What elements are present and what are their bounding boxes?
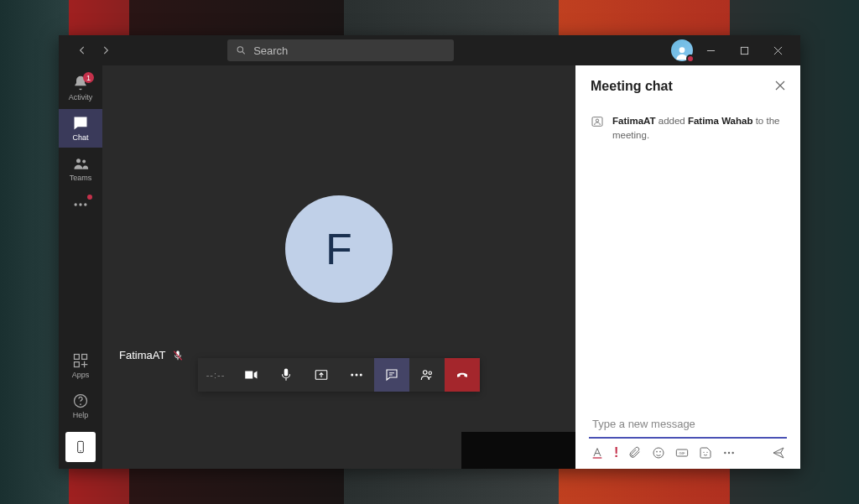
apps-icon bbox=[72, 352, 89, 369]
emoji-button[interactable] bbox=[652, 446, 665, 460]
participant-label: FatimaAT bbox=[119, 349, 184, 361]
chat-toggle-button[interactable] bbox=[374, 358, 409, 392]
gif-icon: GIF bbox=[675, 446, 689, 460]
svg-point-20 bbox=[429, 372, 431, 374]
chat-icon bbox=[72, 115, 89, 132]
search-box[interactable] bbox=[227, 39, 454, 61]
minimize-icon bbox=[706, 46, 716, 55]
search-input[interactable] bbox=[253, 44, 445, 57]
strip-left bbox=[102, 432, 461, 469]
hangup-button[interactable] bbox=[445, 358, 480, 392]
participants-button[interactable] bbox=[409, 358, 445, 392]
chat-title: Meeting chat bbox=[591, 79, 673, 94]
compose-toolbar: ! GIF bbox=[589, 439, 787, 460]
more-actions-button[interactable] bbox=[339, 358, 374, 392]
call-controls: --:-- bbox=[198, 358, 480, 392]
close-button[interactable] bbox=[763, 39, 794, 62]
format-button[interactable] bbox=[591, 446, 604, 460]
video-bottom-strip bbox=[102, 432, 575, 469]
more-icon bbox=[349, 367, 364, 382]
sidebar-item-activity[interactable]: Activity 1 bbox=[59, 69, 102, 107]
mic-muted-icon bbox=[172, 350, 184, 361]
send-icon bbox=[772, 446, 785, 460]
more-icon bbox=[72, 196, 89, 213]
teams-icon bbox=[72, 155, 89, 172]
phone-icon bbox=[74, 440, 87, 454]
chat-compose: ! GIF bbox=[575, 410, 800, 469]
camera-button[interactable] bbox=[233, 358, 268, 392]
maximize-icon bbox=[740, 46, 749, 55]
strip-right bbox=[461, 432, 575, 469]
back-button[interactable] bbox=[72, 40, 92, 60]
sidebar-label: Activity bbox=[69, 93, 93, 101]
maximize-button[interactable] bbox=[730, 39, 760, 62]
more-icon bbox=[722, 446, 736, 460]
actor-name: FatimaAT bbox=[612, 116, 656, 126]
mic-button[interactable] bbox=[268, 358, 304, 392]
close-icon bbox=[773, 46, 783, 55]
sidebar: Activity 1 Chat Teams Apps He bbox=[59, 65, 102, 469]
chevron-left-icon bbox=[76, 44, 88, 56]
compose-more-button[interactable] bbox=[722, 446, 736, 460]
message-input[interactable] bbox=[589, 410, 787, 439]
chat-icon bbox=[384, 367, 399, 382]
video-call-area: F FatimaAT Using PC Mic and Speakers --:… bbox=[102, 65, 575, 469]
svg-point-24 bbox=[657, 451, 659, 453]
svg-point-23 bbox=[653, 448, 664, 458]
notification-dot bbox=[87, 195, 92, 200]
svg-point-17 bbox=[356, 374, 358, 377]
chat-header: Meeting chat bbox=[575, 65, 800, 107]
chat-messages: FatimaAT added Fatima Wahab to the meeti… bbox=[575, 107, 800, 410]
send-button[interactable] bbox=[772, 446, 785, 460]
user-avatar[interactable] bbox=[671, 39, 693, 61]
priority-button[interactable]: ! bbox=[614, 445, 618, 460]
svg-point-18 bbox=[360, 374, 362, 377]
share-button[interactable] bbox=[304, 358, 339, 392]
help-icon bbox=[72, 392, 89, 409]
svg-point-12 bbox=[80, 403, 81, 405]
system-message: FatimaAT added Fatima Wahab to the meeti… bbox=[591, 114, 785, 143]
gif-button[interactable]: GIF bbox=[675, 446, 689, 460]
system-message-text: FatimaAT added Fatima Wahab to the meeti… bbox=[612, 114, 785, 143]
svg-point-19 bbox=[424, 371, 428, 375]
forward-button[interactable] bbox=[96, 40, 116, 60]
svg-rect-8 bbox=[75, 355, 80, 360]
camera-icon bbox=[243, 367, 258, 382]
video-stage: F FatimaAT Using PC Mic and Speakers --:… bbox=[102, 65, 575, 432]
hangup-icon bbox=[455, 367, 470, 382]
format-icon bbox=[591, 446, 604, 460]
svg-rect-2 bbox=[742, 47, 748, 54]
minimize-button[interactable] bbox=[696, 39, 726, 62]
mic-icon bbox=[279, 367, 294, 382]
attach-button[interactable] bbox=[628, 446, 642, 460]
share-screen-icon bbox=[314, 367, 329, 382]
svg-point-5 bbox=[75, 203, 77, 205]
svg-point-6 bbox=[79, 203, 81, 205]
sidebar-item-device[interactable] bbox=[65, 432, 96, 462]
main-body: Activity 1 Chat Teams Apps He bbox=[59, 65, 800, 469]
chat-close-button[interactable] bbox=[775, 79, 785, 94]
svg-point-0 bbox=[237, 47, 242, 52]
sidebar-item-apps[interactable]: Apps bbox=[59, 346, 102, 385]
sidebar-item-help[interactable]: Help bbox=[59, 387, 102, 425]
sticker-button[interactable] bbox=[699, 446, 712, 460]
participant-name: FatimaAT bbox=[119, 349, 165, 361]
svg-rect-10 bbox=[75, 362, 80, 367]
sticker-icon bbox=[699, 446, 712, 460]
sidebar-item-chat[interactable]: Chat bbox=[59, 109, 102, 148]
sidebar-item-more[interactable] bbox=[59, 190, 102, 220]
person-add-icon bbox=[591, 115, 604, 128]
svg-point-30 bbox=[724, 452, 726, 454]
sidebar-item-teams[interactable]: Teams bbox=[59, 149, 102, 188]
app-window: Activity 1 Chat Teams Apps He bbox=[59, 35, 800, 469]
sidebar-label: Help bbox=[73, 411, 89, 419]
svg-point-31 bbox=[728, 452, 730, 454]
svg-point-29 bbox=[707, 452, 708, 453]
svg-point-22 bbox=[596, 119, 598, 122]
svg-point-3 bbox=[76, 158, 81, 163]
svg-point-4 bbox=[82, 160, 86, 164]
nav-arrows bbox=[72, 40, 116, 60]
svg-point-14 bbox=[80, 450, 81, 451]
people-icon bbox=[419, 367, 435, 382]
participant-avatar: F bbox=[285, 195, 393, 303]
